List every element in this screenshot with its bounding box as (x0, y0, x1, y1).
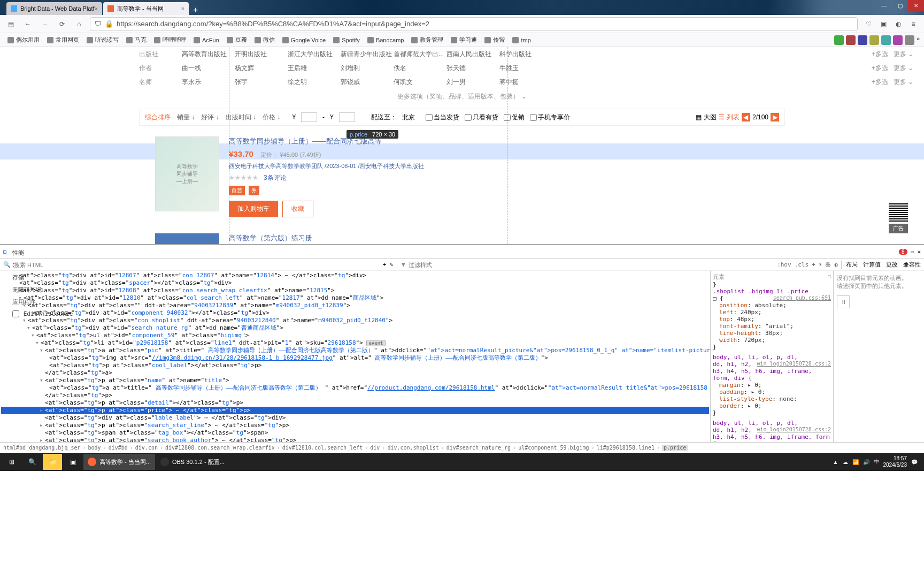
filter-option[interactable]: 张宇 (235, 78, 288, 87)
multi-select[interactable]: +多选 (872, 64, 888, 73)
dom-node[interactable]: <at">class="tg">a at">title=" 高等数学同步辅导（上… (1, 384, 709, 392)
filter-checkbox[interactable]: 当当发货 (426, 113, 459, 122)
terminal-icon[interactable]: ▣ (63, 454, 82, 470)
grid-view-icon[interactable]: ▦ (696, 113, 702, 121)
filter-option[interactable]: 首都师范大学出... (394, 50, 446, 59)
price-min-input[interactable] (301, 112, 317, 122)
sort-option[interactable]: 好评 ↓ (201, 113, 219, 121)
next-page-button[interactable]: ▶ (771, 113, 779, 121)
close-button[interactable]: ✕ (908, 0, 924, 11)
bookmark-item[interactable]: 传智 (481, 35, 508, 45)
tray-icon[interactable]: ▲ (833, 459, 838, 465)
multi-select[interactable]: +多选 (872, 78, 888, 87)
devtools-tab[interactable]: 性能 (8, 247, 78, 259)
breadcrumb-item[interactable]: div#12808.con.search_wrap.clearfix (165, 445, 275, 451)
bookmark-item[interactable]: 教务管理 (408, 35, 446, 45)
list-view-icon[interactable]: ☰ (719, 113, 725, 121)
filter-option[interactable]: 高等教育出版社 (182, 50, 235, 59)
ext-icon[interactable] (834, 35, 844, 45)
breadcrumb-item[interactable]: div#search_nature_rg (446, 445, 511, 451)
layout-tab[interactable]: 计算值 (863, 261, 881, 269)
dom-node[interactable]: </at">class="tg">p> (1, 392, 709, 399)
ext-icon[interactable] (881, 35, 891, 45)
maximize-button[interactable]: ▢ (892, 0, 908, 11)
contrast-icon[interactable]: ◐ (834, 261, 838, 268)
bookmark-item[interactable]: Spotify (330, 35, 363, 45)
home-button[interactable]: ⌂ (73, 18, 86, 31)
close-icon[interactable]: × (95, 5, 98, 12)
filter-option[interactable]: 郭锐威 (341, 78, 394, 87)
tray-icon[interactable]: ☁ (843, 459, 848, 465)
animation-pause-icon[interactable]: ⏸ (837, 295, 850, 308)
layout-tab[interactable]: 布局 (846, 261, 858, 269)
product-image[interactable] (155, 233, 219, 244)
expand-toggle[interactable]: 更多 ⌄ (894, 50, 913, 59)
breadcrumb-item[interactable]: div.con (135, 445, 158, 451)
reload-button[interactable]: ⟳ (56, 18, 68, 31)
bookmark-item[interactable]: Bandcamp (364, 35, 407, 45)
dom-node[interactable]: <at">class="tg">img at">src="//img3m8.dd… (1, 354, 709, 362)
multi-select[interactable]: +多选 (872, 50, 888, 59)
dom-node[interactable]: ▾<at">class="tg">div at">class="con shop… (1, 317, 709, 324)
price-max-input[interactable] (339, 112, 355, 122)
filter-option[interactable]: 徐之明 (288, 78, 341, 87)
filter-option[interactable]: 浙江大学出版社 (288, 50, 341, 59)
view-big-label[interactable]: 大图 (704, 113, 717, 122)
bookmark-item[interactable]: AcFun (190, 35, 222, 45)
dom-node[interactable]: ▸<at">class="tg">p at">class="search_boo… (1, 437, 709, 442)
system-clock[interactable]: 18:57 2024/6/23 (883, 455, 907, 468)
bookmark-item[interactable]: 微信 (251, 35, 278, 45)
dom-node[interactable]: <at">class="tg">p at">class="cool_label"… (1, 362, 709, 369)
sort-option[interactable]: 价格 ↓ (263, 113, 280, 121)
cls-toggle[interactable]: .cls (795, 261, 809, 268)
dom-node[interactable]: ▸<at">class="tg">p at">class="search_sta… (1, 422, 709, 429)
bookmark-item[interactable]: 偶尔用用 (4, 35, 43, 45)
ext-icon[interactable] (869, 35, 879, 45)
close-icon[interactable]: × (181, 5, 184, 12)
filter-option[interactable]: 佚名 (394, 64, 446, 73)
filter-checkbox[interactable]: 只看有货 (465, 113, 498, 122)
filter-option[interactable]: 西南人民出版社 (446, 50, 499, 59)
dom-node[interactable]: <at">class="tg">div at">id="component_94… (1, 309, 709, 317)
dom-node[interactable]: </at">class="tg">a> (1, 369, 709, 377)
browser-tab-1[interactable]: Bright Data - Web Data Platf × (6, 2, 102, 15)
dom-node[interactable]: ▾<at">class="tg">li at">id="p29618158" a… (1, 339, 709, 347)
breadcrumb-item[interactable]: body (88, 445, 101, 451)
breadcrumb-item[interactable]: p.price (662, 445, 688, 451)
style-filter-input[interactable] (409, 262, 774, 268)
dom-node[interactable]: <at">class="tg">span at">class="tag_box"… (1, 429, 709, 437)
dom-node[interactable]: ▸<at">class="tg">p at">class="price"> ⋯ … (1, 407, 709, 414)
forward-button[interactable]: → (38, 18, 51, 31)
dom-node[interactable]: ▾<at">class="tg">div at">id="12810" at">… (1, 294, 709, 302)
bookmark-item[interactable]: 听说读写 (83, 35, 122, 45)
start-button[interactable]: ⊞ (2, 454, 21, 470)
back-button[interactable]: ← (21, 18, 34, 31)
hov-toggle[interactable]: :hov (777, 261, 791, 268)
breadcrumb-item[interactable]: div.con.shoplist (387, 445, 438, 451)
review-count[interactable]: 3条评论 (264, 174, 287, 181)
layout-tab[interactable]: 兼容性 (903, 261, 921, 269)
address-bar[interactable]: 🛡 🔒 https://search.dangdang.com/?key=%B8… (90, 17, 858, 31)
dom-node[interactable]: ▾<at">class="tg">div at">id="12808" at">… (1, 287, 709, 294)
filter-option[interactable]: 杨文辉 (235, 64, 288, 73)
filter-option[interactable]: 开明出版社 (235, 50, 288, 59)
filter-option[interactable]: 新疆青少年出版社 (341, 50, 394, 59)
filter-option[interactable]: 何凯文 (394, 78, 446, 87)
taskbar-app-firefox[interactable]: 高等数学 - 当当网... (83, 454, 155, 470)
breadcrumb-item[interactable]: li#p29618158.line1 (597, 445, 654, 451)
breadcrumb-item[interactable]: div#bd (109, 445, 128, 451)
product-publisher[interactable]: 西安电子科技大学高等数学教学团队 /2023-08-01 /西安电子科技大学出版… (229, 162, 924, 170)
product-title[interactable]: 高等数学同步辅导（上册）——配合同济七版高等 (229, 136, 924, 146)
dom-node[interactable]: ▾<at">class="tg">div at">class="" ddt-at… (1, 302, 709, 309)
chevron-right-icon[interactable]: » (917, 35, 920, 45)
breadcrumb[interactable]: html#bd_dangdang.bjq_ser›body›div#bd›div… (0, 442, 924, 453)
more-options-toggle[interactable]: 更多选项（奖项、品牌、适用版本、包装） ⌄ (0, 89, 924, 104)
bookmark-item[interactable]: 马克 (123, 35, 150, 45)
dom-search-input[interactable] (14, 262, 380, 268)
bookmark-item[interactable]: 学习通 (448, 35, 480, 45)
favorite-button[interactable]: 收藏 (282, 201, 313, 217)
add-to-cart-button[interactable]: 加入购物车 (229, 201, 278, 217)
layout-tab[interactable]: 更改 (886, 261, 898, 269)
bookmark-item[interactable]: 哔哩哔哩 (151, 35, 189, 45)
sort-option[interactable]: 销量 ↓ (177, 113, 195, 121)
